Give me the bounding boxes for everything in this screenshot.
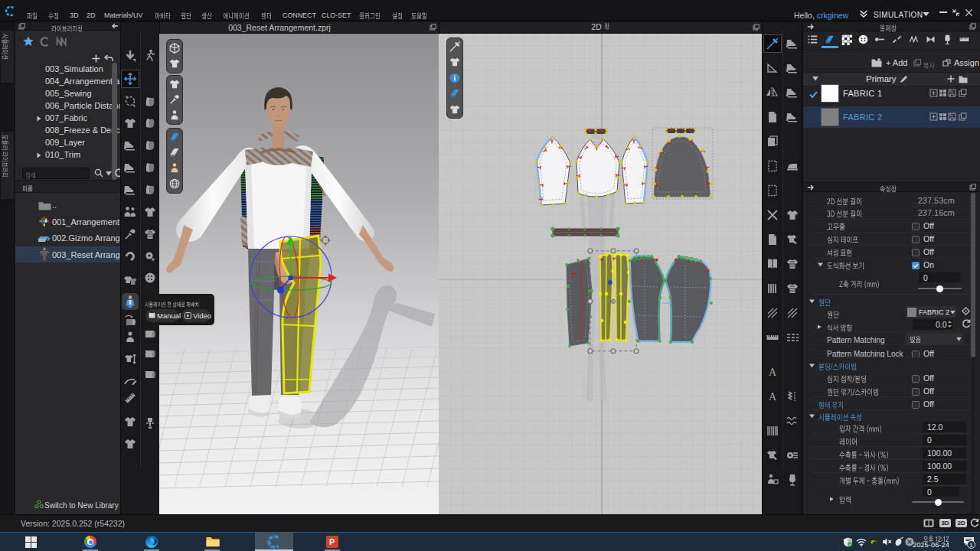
svg-text:A: A	[769, 367, 777, 378]
svg-text:A: A	[769, 391, 777, 403]
